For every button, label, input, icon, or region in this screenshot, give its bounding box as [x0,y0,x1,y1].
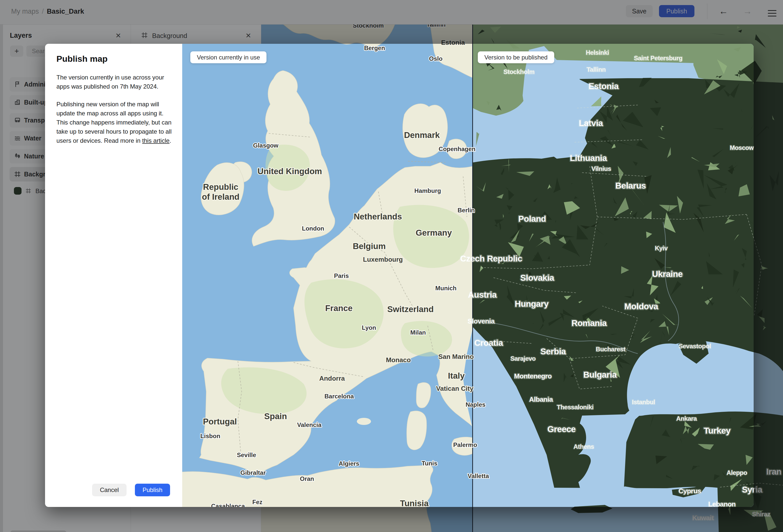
svg-text:Naples: Naples [466,401,486,408]
svg-text:Cyprus: Cyprus [679,487,701,495]
svg-text:Tunisia: Tunisia [400,499,429,507]
svg-text:Syria: Syria [742,485,754,494]
svg-text:Moldova: Moldova [624,302,658,311]
svg-text:Seville: Seville [237,451,256,458]
svg-text:Oran: Oran [300,475,314,482]
dialog-publish-button[interactable]: Publish [135,484,170,496]
svg-text:Valencia: Valencia [297,421,322,428]
svg-text:Athens: Athens [573,443,594,450]
svg-text:Paris: Paris [334,272,349,279]
svg-text:Kyiv: Kyiv [655,245,668,252]
svg-text:Slovakia: Slovakia [520,273,555,282]
current-version-badge: Version currently in use [190,51,267,63]
svg-text:Valletta: Valletta [468,472,489,479]
svg-text:Helsinki: Helsinki [586,49,609,56]
svg-text:Algiers: Algiers [339,460,359,467]
cancel-button[interactable]: Cancel [92,484,127,496]
svg-text:Lyon: Lyon [362,324,376,331]
svg-text:Saint Petersburg: Saint Petersburg [634,55,683,62]
dialog-paragraph-2-tail: . [169,137,171,144]
svg-text:Tunis: Tunis [421,460,437,467]
dialog-paragraph-2: Publishing new version of the map will u… [57,100,173,145]
svg-text:Vatican City: Vatican City [436,385,473,392]
svg-text:Slovenia: Slovenia [468,317,495,325]
svg-text:Czech Republic: Czech Republic [460,254,522,263]
svg-text:Austria: Austria [468,290,497,300]
svg-text:Italy: Italy [448,371,465,380]
svg-text:Fez: Fez [252,499,262,505]
svg-text:Tallinn: Tallinn [587,66,606,73]
svg-text:Denmark: Denmark [404,130,440,140]
compare-map[interactable]: United KingdomRepublicof IrelandDenmarkN… [182,44,754,507]
svg-text:Palermo: Palermo [453,441,477,448]
svg-text:Lisbon: Lisbon [200,433,220,439]
svg-text:France: France [325,304,352,313]
svg-text:of Ireland: of Ireland [202,192,240,201]
dialog-title: Publish map [57,54,171,64]
svg-text:Belgium: Belgium [353,242,386,251]
svg-text:Portugal: Portugal [203,417,237,426]
svg-text:Monaco: Monaco [386,356,411,364]
svg-text:Andorra: Andorra [319,375,345,382]
svg-text:Netherlands: Netherlands [354,212,402,221]
svg-text:Hamburg: Hamburg [414,187,441,194]
version-compare-window[interactable]: United KingdomRepublicof IrelandDenmarkN… [182,44,754,507]
svg-text:Germany: Germany [415,228,452,238]
svg-text:Estonia: Estonia [588,82,619,91]
svg-text:San Marino: San Marino [438,353,474,361]
svg-text:Thessaloniki: Thessaloniki [557,404,593,410]
svg-text:Hungary: Hungary [515,299,549,309]
svg-text:Aleppo: Aleppo [726,469,747,476]
svg-text:Latvia: Latvia [579,119,603,128]
publish-dialog: Publish map The version currently in use… [45,44,182,507]
svg-text:Spain: Spain [264,411,287,421]
this-article-link[interactable]: this article [142,137,169,144]
svg-text:Switzerland: Switzerland [387,305,434,314]
svg-text:Moscow: Moscow [730,144,754,151]
svg-text:Bucharest: Bucharest [596,346,625,352]
svg-text:Sarajevo: Sarajevo [510,355,536,362]
svg-text:Munich: Munich [435,285,457,291]
svg-text:Milan: Milan [410,329,426,336]
svg-text:Montenegro: Montenegro [514,372,552,380]
svg-text:Albania: Albania [529,396,553,403]
svg-text:London: London [302,225,324,232]
svg-text:Istanbul: Istanbul [632,399,655,405]
svg-text:Ukraine: Ukraine [652,269,683,279]
svg-text:Barcelona: Barcelona [324,393,354,400]
svg-text:Lebanon: Lebanon [708,500,736,507]
svg-text:Ankara: Ankara [676,415,697,422]
svg-text:Sevastopol: Sevastopol [679,343,711,349]
dialog-paragraph-1: The version currently in use across your… [57,73,173,91]
map-editor-app: United KingdomRepublicof IrelandDenmarkN… [0,0,783,532]
svg-text:United Kingdom: United Kingdom [258,166,322,176]
svg-text:Lithuania: Lithuania [570,153,607,163]
svg-text:Turkey: Turkey [704,426,731,435]
svg-text:Stockholm: Stockholm [504,68,535,75]
svg-text:Casablanca: Casablanca [211,503,245,507]
svg-text:Bulgaria: Bulgaria [583,370,617,379]
svg-text:Greece: Greece [547,425,576,434]
svg-text:Glasgow: Glasgow [253,142,278,149]
svg-text:Copenhagen: Copenhagen [439,146,475,152]
svg-text:Vilnius: Vilnius [591,165,611,172]
svg-text:Gibraltar: Gibraltar [241,469,266,476]
svg-text:Serbia: Serbia [540,347,566,356]
publish-modal: Publish map The version currently in use… [45,44,754,507]
svg-text:Poland: Poland [518,214,546,223]
svg-text:Berlin: Berlin [458,207,475,214]
svg-text:Bergen: Bergen [364,44,385,51]
svg-text:Estonia: Estonia [441,44,465,46]
svg-text:Luxembourg: Luxembourg [363,256,403,263]
svg-text:Croatia: Croatia [474,338,503,347]
svg-text:Oslo: Oslo [429,55,442,62]
svg-text:Belarus: Belarus [615,181,646,190]
svg-text:Romania: Romania [571,318,607,328]
new-version-badge: Version to be published [478,51,554,63]
svg-text:Republic: Republic [203,182,238,192]
